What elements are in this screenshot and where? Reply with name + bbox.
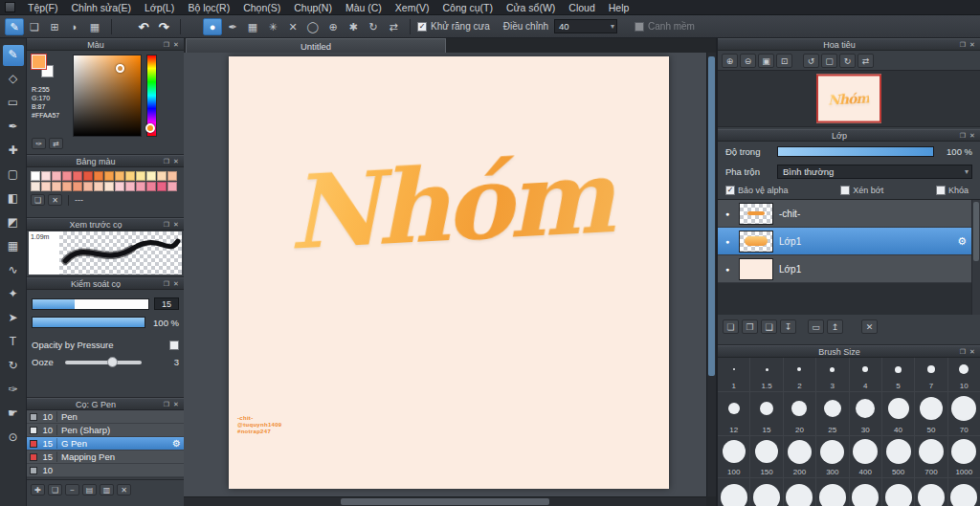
select-marquee-tool[interactable]: ▦ <box>3 236 24 257</box>
menu-item[interactable]: Xem(V) <box>389 0 436 15</box>
brush-size-option[interactable] <box>718 478 750 506</box>
flip-horizontal-icon[interactable]: ⇄ <box>858 54 874 68</box>
panel-popout-icon[interactable]: ❐ <box>958 41 968 49</box>
menu-item[interactable]: Tệp(F) <box>21 0 65 15</box>
hand-tool[interactable]: ☛ <box>3 404 24 425</box>
palette-swatch[interactable] <box>136 171 145 181</box>
rotate-reset-icon[interactable]: ▢ <box>821 54 837 68</box>
star-snap-icon[interactable]: ✱ <box>344 18 363 35</box>
panel-close-icon[interactable]: ✕ <box>171 41 181 49</box>
hue-slider[interactable] <box>146 55 157 137</box>
grid-snap-icon[interactable]: ▦ <box>243 18 262 35</box>
layer-visibility-icon[interactable]: ● <box>722 238 733 245</box>
palette-swatch[interactable] <box>167 182 177 191</box>
antialias-checkbox[interactable]: ✓ Khử răng cưa <box>417 21 490 32</box>
parallel-snap-icon[interactable]: ⇄ <box>384 18 403 35</box>
eraser-tool[interactable]: ◇ <box>3 69 24 90</box>
gradient-tool[interactable]: ◩ <box>3 212 24 233</box>
layer-visibility-icon[interactable]: ● <box>722 266 733 273</box>
clipping-checkbox[interactable]: Xén bớt <box>840 186 883 195</box>
brush-size-option[interactable]: 12 <box>718 392 750 435</box>
brush-size-option[interactable]: 1.5 <box>750 358 783 391</box>
remove-brush-icon[interactable]: − <box>65 484 79 495</box>
layer-visibility-icon[interactable]: ● <box>722 210 733 217</box>
rotate-snap-icon[interactable]: ↻ <box>364 18 383 35</box>
rotate-tool[interactable]: ↻ <box>3 356 24 377</box>
palette-swatch[interactable] <box>41 182 51 191</box>
panel-close-icon[interactable]: ✕ <box>171 221 181 229</box>
palette-swatch[interactable] <box>41 171 51 181</box>
brush-size-option[interactable]: 7 <box>915 358 947 391</box>
brush-size-option[interactable]: 30 <box>850 392 882 435</box>
palette-swatch[interactable] <box>157 182 167 191</box>
move-tool[interactable]: ✚ <box>3 141 24 162</box>
pen-tool[interactable]: ✒ <box>3 117 24 138</box>
brush-size-option[interactable] <box>816 478 849 506</box>
panel-close-icon[interactable]: ✕ <box>968 348 977 356</box>
magic-wand-tool[interactable]: ✦ <box>3 284 24 305</box>
zoom-in-icon[interactable]: ⊕ <box>722 54 738 68</box>
horizontal-scrollbar-thumb[interactable] <box>341 498 549 505</box>
panel-popout-icon[interactable]: ❐ <box>162 158 171 165</box>
toolbar-comment-icon[interactable]: ◗ <box>65 18 84 35</box>
brush-size-option[interactable]: 25 <box>816 392 849 435</box>
alpha-protect-checkbox[interactable]: ✓ Bảo vệ alpha <box>725 186 789 195</box>
brush-size-option[interactable]: 20 <box>784 392 816 435</box>
palette-swatch[interactable] <box>62 182 72 191</box>
shape-tool[interactable]: ▢ <box>3 165 24 186</box>
brush-size-option[interactable]: 100 <box>718 436 750 477</box>
layer-row[interactable]: ●-chit- <box>718 200 980 228</box>
palette-swatch[interactable] <box>125 171 135 181</box>
brush-size-option[interactable]: 2 <box>784 358 816 391</box>
foreground-color-swatch[interactable] <box>32 55 46 69</box>
select-rect-tool[interactable]: ▭ <box>3 93 24 114</box>
palette-swatch[interactable] <box>104 171 114 181</box>
pen-nib-icon[interactable]: ✒ <box>223 18 242 35</box>
brush-size-option[interactable] <box>915 478 947 506</box>
palette-swatch[interactable] <box>115 171 124 181</box>
hue-indicator[interactable] <box>145 123 155 133</box>
horizontal-scrollbar[interactable] <box>184 496 706 506</box>
delete-brush-icon[interactable]: ✕ <box>117 484 131 495</box>
layer-list-scrollbar[interactable] <box>971 200 980 315</box>
ooze-slider-knob[interactable] <box>107 357 118 367</box>
merge-down-icon[interactable]: ↧ <box>780 319 796 334</box>
panel-popout-icon[interactable]: ❐ <box>162 401 171 408</box>
panel-popout-icon[interactable]: ❐ <box>162 221 171 229</box>
layer-list-scrollbar-thumb[interactable] <box>973 202 979 261</box>
brush-size-option[interactable] <box>882 478 915 506</box>
palette-swatch[interactable] <box>104 182 114 191</box>
palette-swatch[interactable] <box>94 182 103 191</box>
panel-close-icon[interactable]: ✕ <box>171 280 181 288</box>
menu-item[interactable]: Chụp(N) <box>287 0 339 15</box>
zoom-tool[interactable]: ⊙ <box>3 428 24 449</box>
panel-close-icon[interactable]: ✕ <box>171 158 181 165</box>
menu-item[interactable]: Chỉnh sửa(E) <box>65 0 138 15</box>
brush-size-option[interactable]: 10 <box>948 358 980 391</box>
text-tool[interactable]: T <box>3 332 24 353</box>
panel-close-icon[interactable]: ✕ <box>968 132 977 140</box>
lock-checkbox[interactable]: Khóa <box>936 186 969 195</box>
new-layer-icon[interactable]: ❏ <box>723 319 739 334</box>
palette-swatch[interactable] <box>62 171 72 181</box>
menu-item[interactable]: Cloud <box>562 0 601 15</box>
canvas[interactable]: Nhóm -chit- @tuquynh1409 #notrap247 <box>229 56 669 489</box>
menu-item[interactable]: Màu (C) <box>339 0 389 15</box>
palette-swatch[interactable] <box>31 182 40 191</box>
brush-tip-icon[interactable]: ● <box>203 18 222 35</box>
menu-item[interactable]: Công cụ(T) <box>435 0 500 15</box>
menu-item[interactable]: Bộ lọc(R) <box>181 0 236 15</box>
brush-size-slider[interactable] <box>32 298 149 310</box>
toolbar-monitor-icon[interactable]: ⊞ <box>45 18 64 35</box>
brush-size-option[interactable]: 70 <box>948 392 980 435</box>
focus-snap-icon[interactable]: ⊕ <box>323 18 343 35</box>
panel-close-icon[interactable]: ✕ <box>171 401 181 408</box>
palette-swatch[interactable] <box>167 171 177 181</box>
panel-popout-icon[interactable]: ❐ <box>162 41 171 49</box>
move-up-layer-icon[interactable]: ↥ <box>827 319 843 334</box>
menu-item[interactable]: Lớp(L) <box>138 0 181 15</box>
brush-list-item[interactable]: 15Mapping Pen <box>27 451 184 464</box>
palette-swatch[interactable] <box>157 171 167 181</box>
palette-swatch[interactable] <box>83 171 93 181</box>
palette-swatch[interactable] <box>94 171 103 181</box>
